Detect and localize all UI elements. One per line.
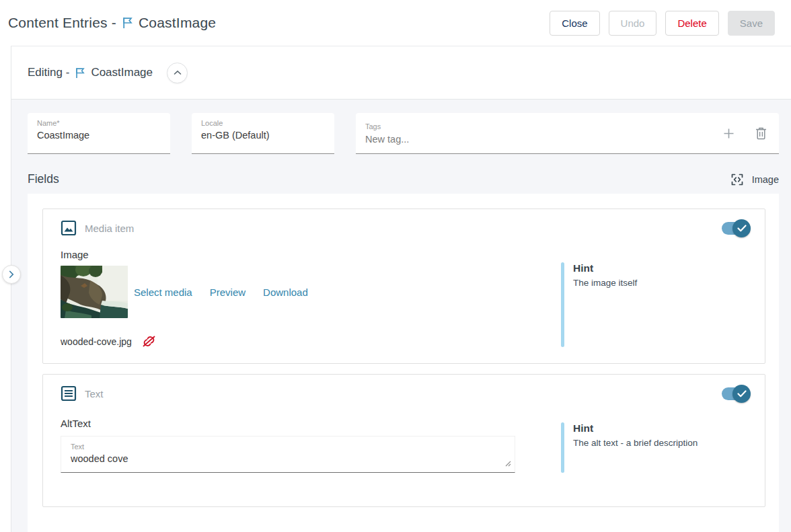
editing-bar: Editing - CoastImage: [11, 46, 791, 100]
media-file-row: wooded-cove.jpg: [61, 336, 561, 347]
select-media-link[interactable]: Select media: [134, 287, 192, 298]
page-header: Content Entries - CoastImage Close Undo …: [0, 0, 791, 46]
editor-panel: Editing - CoastImage Name* CoastImage Lo…: [11, 46, 791, 532]
collapse-editor-button[interactable]: [167, 63, 188, 83]
media-field-label: Image: [61, 249, 561, 260]
name-field-value[interactable]: CoastImage: [37, 130, 161, 141]
media-field-toggle[interactable]: [722, 222, 747, 235]
tags-input[interactable]: [365, 134, 723, 145]
media-card-header: Media item: [61, 219, 751, 237]
text-input-value[interactable]: wooded cove: [71, 453, 505, 464]
fields-section-header: Fields Image: [28, 172, 779, 186]
undo-button[interactable]: Undo: [609, 11, 657, 36]
fullscreen-icon: [731, 174, 743, 186]
editing-entry-name: CoastImage: [91, 66, 153, 79]
page-title-entry-name: CoastImage: [139, 15, 216, 31]
text-card-body: AltText Text wooded cove: [61, 403, 751, 473]
fullscreen-button[interactable]: [731, 174, 743, 186]
clear-tags-button[interactable]: [755, 127, 767, 140]
tags-field-label: Tags: [365, 122, 723, 130]
chevron-right-icon: [9, 270, 14, 278]
fields-container: Media item Image: [28, 194, 779, 532]
delete-button[interactable]: Delete: [665, 11, 718, 36]
alt-text-textarea[interactable]: Text wooded cove: [61, 436, 515, 473]
hint-bar: [561, 422, 564, 473]
locale-field[interactable]: Locale en-GB (Default): [192, 113, 334, 154]
schema-reference: Image: [731, 174, 779, 186]
flag-icon: [122, 17, 133, 29]
schema-name[interactable]: Image: [752, 174, 779, 185]
save-button[interactable]: Save: [728, 11, 775, 36]
unlink-media-button[interactable]: [142, 336, 156, 347]
locale-field-value[interactable]: en-GB (Default): [201, 130, 325, 141]
hint-bar: [561, 262, 564, 347]
close-button[interactable]: Close: [550, 11, 599, 36]
tags-field[interactable]: Tags: [356, 113, 779, 154]
plus-icon: [723, 128, 735, 139]
hint-title: Hint: [573, 262, 637, 274]
text-field-toggle[interactable]: [722, 387, 747, 400]
editor-content: Name* CoastImage Locale en-GB (Default) …: [11, 100, 791, 532]
flag-icon: [75, 67, 85, 79]
media-field-card: Media item Image: [42, 208, 765, 364]
broken-link-icon: [142, 336, 156, 347]
toggle-knob: [732, 385, 751, 403]
trash-icon: [755, 127, 767, 140]
download-link[interactable]: Download: [263, 287, 308, 298]
editing-label: Editing -: [28, 66, 69, 79]
text-card-header: Text: [61, 384, 751, 403]
resize-handle-icon[interactable]: [505, 457, 511, 469]
header-buttons: Close Undo Delete Save: [550, 11, 775, 36]
add-tag-button[interactable]: [723, 128, 735, 139]
content-editor-page: Content Entries - CoastImage Close Undo …: [0, 0, 791, 532]
page-title-text: Content Entries -: [8, 15, 116, 31]
text-hint: Hint The alt text - a brief description: [561, 422, 698, 473]
locale-field-label: Locale: [201, 119, 325, 127]
media-thumbnail[interactable]: [61, 266, 128, 318]
text-field-card: Text AltText: [42, 374, 765, 507]
entry-meta-form: Name* CoastImage Locale en-GB (Default) …: [28, 113, 779, 154]
hint-title: Hint: [573, 422, 698, 434]
chevron-up-icon: [174, 70, 182, 75]
name-field[interactable]: Name* CoastImage: [28, 113, 170, 154]
hint-text: The alt text - a brief description: [573, 438, 698, 448]
hint-text: The image itself: [573, 278, 637, 288]
preview-link[interactable]: Preview: [210, 287, 246, 298]
check-icon: [737, 225, 747, 232]
media-filename: wooded-cove.jpg: [61, 336, 132, 347]
text-lines-icon: [61, 385, 77, 402]
text-input-label: Text: [71, 443, 505, 451]
toggle-knob: [732, 219, 751, 237]
text-card-type-label: Text: [85, 388, 104, 400]
name-field-label: Name*: [37, 119, 161, 127]
fields-title: Fields: [28, 172, 59, 186]
page-title: Content Entries - CoastImage: [8, 15, 216, 31]
check-icon: [737, 390, 747, 397]
media-card-type-label: Media item: [85, 223, 134, 234]
media-links: Select media Preview Download: [134, 287, 308, 298]
panel-expander-button[interactable]: [2, 265, 21, 284]
image-icon: [61, 220, 77, 236]
media-card-body: Image: [61, 237, 751, 347]
tags-actions: [723, 127, 769, 140]
media-hint: Hint The image itself: [561, 262, 637, 347]
text-field-label: AltText: [61, 418, 561, 429]
media-row: Select media Preview Download: [61, 266, 561, 318]
